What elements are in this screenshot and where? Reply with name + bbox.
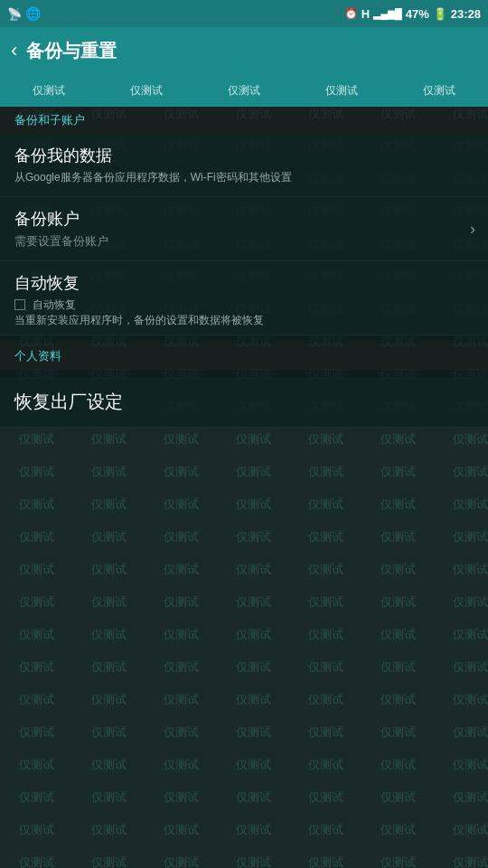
watermark-cell: 仅测试 <box>361 553 434 586</box>
watermark-cell: 仅测试 <box>0 521 72 553</box>
signal-label: H <box>361 7 370 21</box>
watermark-cell: 仅测试 <box>217 684 289 716</box>
watermark-cell: 仅测试 <box>217 716 289 749</box>
watermark-cell: 仅测试 <box>0 716 72 749</box>
clock: 23:28 <box>451 7 481 21</box>
watermark-cell: 仅测试 <box>72 456 145 488</box>
watermark-cell: 仅测试 <box>0 456 72 488</box>
watermark-cell: 仅测试 <box>289 684 361 716</box>
watermark-cell: 仅测试 <box>217 618 289 651</box>
watermark-cell: 仅测试 <box>361 488 434 521</box>
watermark-cell: 仅测试 <box>434 488 488 521</box>
backup-account-title: 备份账户 <box>14 208 474 230</box>
auto-restore-desc: 当重新安装应用程序时，备份的设置和数据将被恢复 <box>14 313 474 328</box>
watermark-cell: 仅测试 <box>72 781 145 814</box>
watermark-cell: 仅测试 <box>145 749 217 781</box>
watermark-cell: 仅测试 <box>289 716 361 749</box>
watermark-cell: 仅测试 <box>217 521 289 553</box>
auto-restore-checkbox[interactable] <box>14 299 25 310</box>
watermark-cell: 仅测试 <box>72 846 145 868</box>
auto-restore-label: 自动恢复 <box>33 297 76 313</box>
watermark-cell: 仅测试 <box>434 684 488 716</box>
watermark-cell: 仅测试 <box>361 618 434 651</box>
section-backup-label: 备份和子账户 <box>0 107 488 134</box>
tab-4[interactable]: 仅测试 <box>325 83 358 99</box>
auto-restore-item[interactable]: 自动恢复 自动恢复 当重新安装应用程序时，备份的设置和数据将被恢复 <box>0 261 488 336</box>
watermark-cell: 仅测试 <box>145 423 217 456</box>
alarm-icon: ⏰ <box>344 7 358 20</box>
watermark-cell: 仅测试 <box>361 521 434 553</box>
watermark-cell: 仅测试 <box>145 651 217 684</box>
section-spacer-1 <box>0 335 488 343</box>
page-title: 备份与重置 <box>26 39 117 63</box>
tab-5[interactable]: 仅测试 <box>423 83 455 99</box>
watermark-cell: 仅测试 <box>72 553 145 586</box>
emoji-icon: 🌐 <box>25 6 41 21</box>
watermark-cell: 仅测试 <box>0 586 72 618</box>
status-bar: 📡 🌐 ⏰ H ▂▄▆█ 47% 🔋 23:28 <box>0 0 488 27</box>
watermark-cell: 仅测试 <box>434 781 488 814</box>
watermark-cell: 仅测试 <box>0 651 72 684</box>
watermark-cell: 仅测试 <box>0 749 72 781</box>
watermark-cell: 仅测试 <box>0 781 72 814</box>
watermark-cell: 仅测试 <box>217 586 289 618</box>
watermark-cell: 仅测试 <box>361 749 434 781</box>
watermark-cell: 仅测试 <box>72 749 145 781</box>
signal-bars-icon: ▂▄▆█ <box>373 8 402 20</box>
watermark-cell: 仅测试 <box>0 684 72 716</box>
watermark-cell: 仅测试 <box>434 521 488 553</box>
watermark-cell: 仅测试 <box>145 456 217 488</box>
watermark-cell: 仅测试 <box>217 651 289 684</box>
tab-1[interactable]: 仅测试 <box>33 83 65 99</box>
factory-reset-item[interactable]: 恢复出厂设定 <box>0 377 488 428</box>
watermark-cell: 仅测试 <box>289 586 361 618</box>
backup-account-value: 需要设置备份账户 <box>14 233 474 250</box>
watermark-cell: 仅测试 <box>361 423 434 456</box>
watermark-cell: 仅测试 <box>72 814 145 846</box>
watermark-cell: 仅测试 <box>361 814 434 846</box>
watermark-cell: 仅测试 <box>145 716 217 749</box>
watermark-cell: 仅测试 <box>289 456 361 488</box>
watermark-cell: 仅测试 <box>361 651 434 684</box>
watermark-cell: 仅测试 <box>217 846 289 868</box>
watermark-cell: 仅测试 <box>145 521 217 553</box>
tab-2[interactable]: 仅测试 <box>130 83 163 99</box>
backup-account-item[interactable]: 备份账户 需要设置备份账户 › <box>0 197 488 261</box>
chevron-right-icon: › <box>470 219 475 238</box>
battery-level: 47% <box>406 7 429 21</box>
watermark-cell: 仅测试 <box>217 488 289 521</box>
watermark-cell: 仅测试 <box>361 716 434 749</box>
auto-restore-title: 自动恢复 <box>14 272 474 294</box>
tab-bar: 仅测试 仅测试 仅测试 仅测试 仅测试 <box>0 74 488 107</box>
watermark-cell: 仅测试 <box>289 618 361 651</box>
tab-3[interactable]: 仅测试 <box>228 83 260 99</box>
backup-my-data-desc: 从Google服务器备份应用程序数据，Wi-Fi密码和其他设置 <box>14 170 474 185</box>
watermark-cell: 仅测试 <box>289 423 361 456</box>
wifi-icon: 📡 <box>7 7 22 21</box>
watermark-cell: 仅测试 <box>145 488 217 521</box>
back-button[interactable]: ‹ <box>11 39 17 62</box>
status-right: ⏰ H ▂▄▆█ 47% 🔋 23:28 <box>344 7 481 21</box>
watermark-cell: 仅测试 <box>0 423 72 456</box>
watermark-cell: 仅测试 <box>72 586 145 618</box>
watermark-cell: 仅测试 <box>145 684 217 716</box>
watermark-cell: 仅测试 <box>0 618 72 651</box>
watermark-cell: 仅测试 <box>361 586 434 618</box>
watermark-cell: 仅测试 <box>217 423 289 456</box>
watermark-cell: 仅测试 <box>434 553 488 586</box>
watermark-cell: 仅测试 <box>145 553 217 586</box>
watermark-cell: 仅测试 <box>72 488 145 521</box>
watermark-cell: 仅测试 <box>217 781 289 814</box>
watermark-cell: 仅测试 <box>217 456 289 488</box>
watermark-cell: 仅测试 <box>0 814 72 846</box>
watermark-cell: 仅测试 <box>289 781 361 814</box>
main-content: 备份和子账户 备份我的数据 从Google服务器备份应用程序数据，Wi-Fi密码… <box>0 107 488 428</box>
watermark-cell: 仅测试 <box>217 553 289 586</box>
watermark-cell: 仅测试 <box>72 684 145 716</box>
watermark-cell: 仅测试 <box>361 846 434 868</box>
watermark-cell: 仅测试 <box>0 488 72 521</box>
backup-my-data-item[interactable]: 备份我的数据 从Google服务器备份应用程序数据，Wi-Fi密码和其他设置 <box>0 134 488 197</box>
watermark-cell: 仅测试 <box>145 814 217 846</box>
watermark-cell: 仅测试 <box>72 423 145 456</box>
watermark-cell: 仅测试 <box>0 553 72 586</box>
